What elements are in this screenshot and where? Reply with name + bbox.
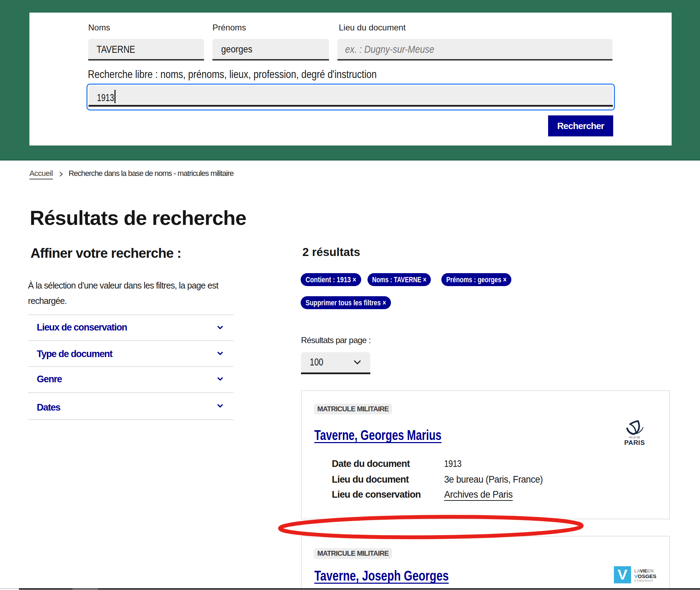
svg-text:VILLE DE: VILLE DE	[629, 436, 640, 439]
svg-text:PARIS: PARIS	[624, 439, 645, 446]
